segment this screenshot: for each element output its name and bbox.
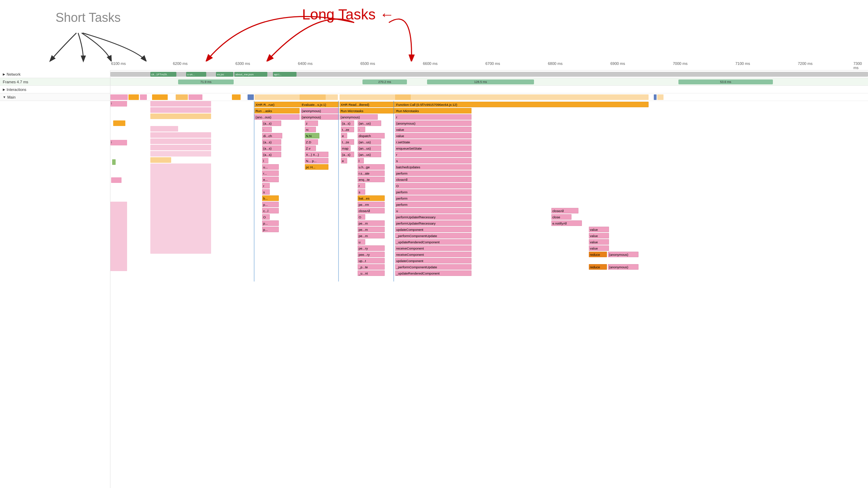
- net-seg-3[interactable]: about_me.json: [234, 72, 267, 77]
- flame-enqte[interactable]: enq...te: [358, 177, 385, 182]
- flame-nn[interactable]: N.N: [305, 133, 319, 138]
- flame-perform-1[interactable]: perform: [395, 170, 471, 176]
- flame-u[interactable]: u...: [262, 164, 279, 170]
- flame-as-5[interactable]: (a...s): [262, 152, 281, 157]
- flame-pem-2[interactable]: pe...m: [358, 227, 385, 232]
- flame-e-3[interactable]: e...: [262, 177, 279, 182]
- flame-s-3[interactable]: s: [358, 189, 365, 195]
- flame-batchedupdates[interactable]: batchedUpdates: [395, 164, 471, 170]
- flame-xx[interactable]: X...) X...): [305, 152, 328, 157]
- flame-reduce-2[interactable]: reduce: [589, 264, 607, 270]
- flame-anon-5[interactable]: (anonymous): [608, 252, 639, 257]
- flame-r-5[interactable]: r: [358, 183, 365, 188]
- flame-perform-4[interactable]: perform: [395, 202, 471, 207]
- flame-block-eval[interactable]: Evaluate...s.js:1): [301, 102, 339, 107]
- flame-perfcompupdate-1[interactable]: _performComponentUpdate: [395, 233, 471, 238]
- flame-zv[interactable]: Z.v: [305, 145, 316, 151]
- net-seg-4[interactable]: api.t...: [273, 72, 297, 77]
- flame-updaterendercomp-1[interactable]: _updateRenderedComponent: [395, 239, 471, 245]
- flame-o-3[interactable]: O: [358, 214, 365, 220]
- flame-value-4[interactable]: value: [589, 233, 609, 238]
- flame-zd[interactable]: Z.D: [305, 139, 318, 145]
- flame-value-2[interactable]: value: [395, 133, 471, 138]
- flame-o-1[interactable]: O: [395, 183, 471, 188]
- flame-o-2[interactable]: O: [262, 214, 270, 220]
- flame-tze-1[interactable]: t...ze: [341, 127, 354, 132]
- flame-perm-1[interactable]: pe...rm: [358, 202, 385, 207]
- flame-block-fn[interactable]: Function Call (0.5f7c99157096ec64.js:12): [395, 102, 649, 107]
- flame-unt[interactable]: _u...nt: [358, 270, 385, 276]
- flame-reduce-1[interactable]: reduce: [589, 252, 607, 257]
- flame-anous-1[interactable]: (ano...ous): [254, 114, 300, 120]
- flame-as-1[interactable]: (a...s): [262, 120, 281, 126]
- flame-upt[interactable]: up...t: [358, 258, 385, 263]
- flame-cl[interactable]: c...l: [262, 208, 279, 213]
- flame-as-3[interactable]: (a...s): [262, 139, 281, 145]
- flame-value-3[interactable]: value: [589, 227, 609, 232]
- flame-pch[interactable]: pc H...: [305, 164, 328, 170]
- flame-value-1[interactable]: value: [395, 127, 471, 132]
- flame-enotifyall[interactable]: e.notifyAll: [551, 220, 582, 226]
- flame-s-2[interactable]: s: [262, 189, 270, 195]
- flame-dash-2[interactable]: -: [358, 127, 365, 132]
- flame-uhge[interactable]: u.h...ge: [358, 164, 385, 170]
- flame-map[interactable]: map: [341, 145, 351, 151]
- flame-r-3[interactable]: r...: [262, 170, 279, 176]
- flame-e-2[interactable]: e: [341, 158, 347, 163]
- flame-value-5[interactable]: value: [589, 239, 609, 245]
- flame-l-1[interactable]: l: [262, 158, 268, 163]
- net-seg-1[interactable]: u un...: [186, 72, 206, 77]
- flame-tze-2[interactable]: t...ze: [341, 139, 354, 145]
- flame-e-1[interactable]: e: [341, 133, 347, 138]
- flame-run-microtasks-2[interactable]: Run Microtasks: [395, 108, 471, 113]
- flame-rc[interactable]: rc: [305, 127, 316, 132]
- flame-anus-2[interactable]: (an...us): [358, 139, 381, 145]
- flame-np[interactable]: N... p...: [305, 158, 328, 163]
- flame-anon-4[interactable]: (anonymous): [395, 120, 471, 126]
- flame-rsetstate[interactable]: r.setState: [395, 139, 471, 145]
- flame-anus-1[interactable]: (an...us): [358, 120, 381, 126]
- net-seg-0[interactable]: cli...1FTm29.: [150, 72, 176, 77]
- flame-anus-4[interactable]: (an...us): [358, 152, 381, 157]
- flame-receivecomp-1[interactable]: receiveComponent: [395, 245, 471, 251]
- flame-u-3[interactable]: u: [358, 239, 365, 245]
- flame-b[interactable]: b...: [262, 195, 279, 201]
- flame-perfupdate-1[interactable]: performUpdateIfNecessary: [395, 214, 471, 220]
- flame-updatecomp-1[interactable]: updateComponent: [395, 227, 471, 232]
- flame-anon-2[interactable]: (anonymous): [301, 114, 339, 120]
- flame-close[interactable]: close: [551, 214, 571, 220]
- flame-s-1[interactable]: s: [395, 158, 471, 163]
- flame-anon-1[interactable]: (anonymous): [301, 108, 339, 113]
- flame-dispatch[interactable]: dispatch: [358, 133, 385, 138]
- flame-p-2[interactable]: p...: [262, 220, 279, 226]
- flame-r-1[interactable]: r: [395, 114, 471, 120]
- flame-perfupdate-2[interactable]: performUpdateIfNecessary: [395, 220, 471, 226]
- flame-updatecomp-2[interactable]: updateComponent: [395, 258, 471, 263]
- flame-anon-6[interactable]: (anonymous): [608, 264, 639, 270]
- flame-pem-1[interactable]: pe...m: [358, 220, 385, 226]
- flame-p-3[interactable]: p...: [262, 227, 279, 232]
- flame-pery-1[interactable]: pe...ry: [358, 245, 385, 251]
- flame-run-microtasks-1[interactable]: Run Microtasks: [340, 108, 395, 113]
- flame-updaterendercomp-2[interactable]: _updateRenderedComponent: [395, 270, 471, 276]
- flame-enqueuesetstate[interactable]: enqueueSetState: [395, 145, 471, 151]
- flame-perform-2[interactable]: perform: [395, 189, 471, 195]
- flame-rsate[interactable]: r.s...ate: [358, 170, 385, 176]
- net-seg-2[interactable]: es.jsc: [216, 72, 233, 77]
- flame-anus-3[interactable]: (an...us): [358, 145, 381, 151]
- flame-closeall-3[interactable]: closeAll: [551, 208, 578, 213]
- flame-r-2[interactable]: r: [395, 152, 471, 157]
- flame-anon-3[interactable]: (anonymous): [340, 114, 378, 120]
- flame-u-2[interactable]: u: [395, 208, 471, 213]
- flame-l-2[interactable]: l: [358, 158, 364, 163]
- flame-z[interactable]: z: [305, 120, 318, 126]
- flame-p-1[interactable]: p...: [262, 202, 279, 207]
- flame-pem-3[interactable]: pe...m: [358, 233, 385, 238]
- flame-dash[interactable]: -: [262, 127, 272, 132]
- flame-receivecomp-2[interactable]: receiveComponent: [395, 252, 471, 257]
- flame-peery-2[interactable]: pee...ry: [358, 252, 385, 257]
- flame-run-tasks[interactable]: Run ...asks: [254, 108, 300, 113]
- flame-perform-3[interactable]: perform: [395, 195, 471, 201]
- flame-as-2[interactable]: (a...s): [341, 120, 354, 126]
- flame-as-4[interactable]: (a...s): [262, 145, 281, 151]
